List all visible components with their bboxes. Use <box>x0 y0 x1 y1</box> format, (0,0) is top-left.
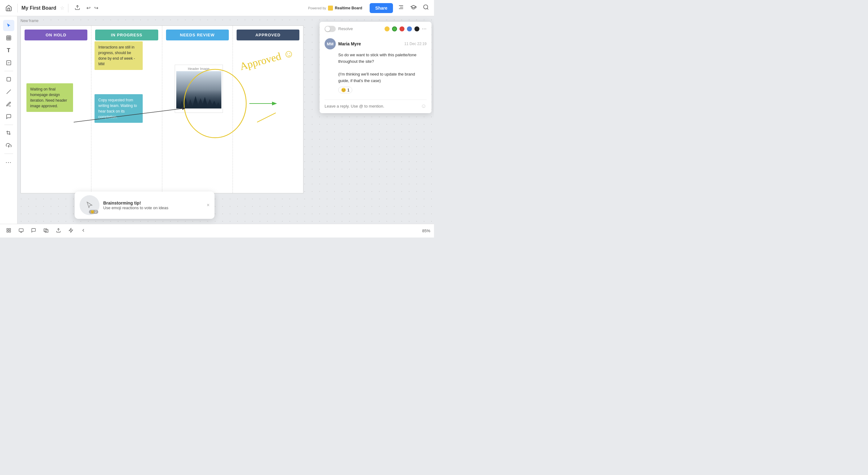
svg-rect-35 <box>9 231 10 232</box>
share-upload-icon[interactable] <box>74 5 80 11</box>
shape-tool[interactable] <box>3 74 14 85</box>
comment-text-p2: (I'm thinking we'll need to update the b… <box>338 72 415 83</box>
comment-header: MM Maria Myre 11 Dec 22:19 <box>324 38 427 50</box>
undo-button[interactable]: ↩ <box>85 4 92 12</box>
home-button[interactable] <box>4 3 14 13</box>
sidebar-sep2 <box>4 125 13 125</box>
undo-redo-group: ↩ ↪ <box>85 4 99 12</box>
svg-marker-17 <box>179 101 184 108</box>
svg-marker-20 <box>192 96 199 108</box>
line-tool[interactable] <box>3 86 14 97</box>
avatar: MM <box>324 38 336 50</box>
svg-rect-33 <box>9 228 10 230</box>
frame-label: New frame <box>21 19 38 23</box>
export-icon[interactable] <box>54 227 63 235</box>
upload-tool[interactable] <box>3 140 14 151</box>
svg-line-14 <box>6 90 11 94</box>
kanban-board: ON HOLD Waiting on final homepage design… <box>21 26 303 193</box>
sticky-in-progress-1[interactable]: Interactions are still in progress, shou… <box>94 41 143 70</box>
tip-text: Brainstorming tip! Use emoji reactions t… <box>103 200 203 210</box>
svg-marker-24 <box>211 101 218 108</box>
svg-rect-32 <box>7 228 8 230</box>
svg-marker-22 <box>201 97 209 108</box>
dot-blue[interactable] <box>407 26 412 31</box>
zoom-level[interactable]: 85% <box>422 228 430 233</box>
collapse-icon[interactable] <box>79 227 88 235</box>
column-in-progress: IN PROGRESS Interactions are still in pr… <box>91 26 162 193</box>
search-icon[interactable] <box>422 3 430 13</box>
svg-line-5 <box>427 8 428 10</box>
sticky-tool[interactable] <box>3 57 14 68</box>
comment-tool[interactable] <box>3 111 14 122</box>
frame: ON HOLD Waiting on final homepage design… <box>21 26 303 193</box>
settings-icon[interactable] <box>397 3 405 13</box>
sticky-on-hold-1[interactable]: Waiting on final homepage design iterati… <box>26 83 73 112</box>
svg-marker-19 <box>187 99 193 108</box>
img-card-photo <box>176 71 221 108</box>
brand-logo <box>328 6 333 10</box>
pen-tool[interactable] <box>3 99 14 110</box>
dot-red[interactable] <box>400 26 404 31</box>
reply-input[interactable] <box>324 104 418 108</box>
sidebar-sep1 <box>4 71 13 71</box>
resolve-label: Resolve <box>338 26 353 31</box>
comment-date: 11 Dec 22:19 <box>404 42 427 46</box>
svg-rect-36 <box>19 228 23 231</box>
screens-icon[interactable] <box>41 227 51 235</box>
text-tool[interactable]: T <box>3 45 14 56</box>
reaction-button[interactable]: 😊 1 <box>338 87 352 93</box>
academy-icon[interactable] <box>409 3 418 13</box>
emoji-picker-icon[interactable]: ☺ <box>421 103 427 109</box>
dot-black[interactable] <box>414 26 420 31</box>
sticky-in-progress-2[interactable]: Copy requested from writing team. Waitin… <box>94 94 143 123</box>
header-image-card[interactable]: Header Image <box>175 65 223 113</box>
grid-icon[interactable] <box>4 227 14 235</box>
sidebar: T <box>0 16 18 238</box>
svg-marker-21 <box>196 98 205 108</box>
lightning-icon[interactable] <box>66 227 76 235</box>
star-icon[interactable]: ☆ <box>60 5 64 11</box>
brand-name: Realtime Board <box>335 6 362 10</box>
bottombar: 85% <box>0 224 434 238</box>
powered-by: Powered by Realtime Board <box>308 6 362 10</box>
dot-yellow[interactable] <box>384 26 390 31</box>
tip-popup: 😊 2 Brainstorming tip! Use emoji reactio… <box>74 191 215 219</box>
comments-icon[interactable] <box>29 227 38 235</box>
col-header-needs-review: NEEDS REVIEW <box>166 30 229 40</box>
svg-rect-13 <box>7 77 10 81</box>
reply-area: ☺ <box>324 99 427 109</box>
col-header-on-hold: ON HOLD <box>25 30 87 40</box>
comment-toolbar: Resolve ··· <box>324 26 427 32</box>
sidebar-sep3 <box>4 154 13 154</box>
comment-thread: MM Maria Myre 11 Dec 22:19 So do we want… <box>324 36 427 96</box>
reaction-count: 1 <box>347 88 349 92</box>
redo-button[interactable]: ↪ <box>93 4 99 12</box>
svg-marker-18 <box>183 98 189 108</box>
comment-panel: Resolve ··· MM Maria Myre 11 Dec 22:19 S… <box>319 22 432 113</box>
column-approved: APPROVED Approved ☺ <box>233 26 303 193</box>
comment-text-p1: So do we want to stick with this palette… <box>338 53 416 64</box>
comment-author: Maria Myre <box>338 41 361 46</box>
tip-count: 2 <box>95 210 97 214</box>
resolve-toggle[interactable] <box>324 26 336 32</box>
more-options-icon[interactable]: ··· <box>422 26 427 32</box>
tip-emoji: 😊 <box>90 210 94 214</box>
reaction-emoji: 😊 <box>341 88 346 92</box>
more-tools[interactable]: ··· <box>3 156 14 167</box>
tip-icon: 😊 2 <box>80 195 99 215</box>
img-card-label: Header Image <box>188 65 210 71</box>
presentation-icon[interactable] <box>16 227 26 235</box>
crop-tool[interactable] <box>3 127 14 139</box>
board-title: My First Board <box>22 5 56 11</box>
dot-green[interactable] <box>392 26 397 31</box>
powered-by-label: Powered by <box>308 6 326 10</box>
share-button[interactable]: Share <box>370 3 393 13</box>
tip-close-button[interactable]: × <box>207 202 210 208</box>
svg-marker-23 <box>206 99 214 108</box>
svg-point-4 <box>424 5 428 9</box>
tip-title: Brainstorming tip! <box>103 200 203 205</box>
divider2 <box>68 4 68 12</box>
column-needs-review: NEEDS REVIEW Header Image <box>162 26 233 193</box>
frame-tool[interactable] <box>3 32 14 43</box>
cursor-tool[interactable] <box>3 20 14 31</box>
